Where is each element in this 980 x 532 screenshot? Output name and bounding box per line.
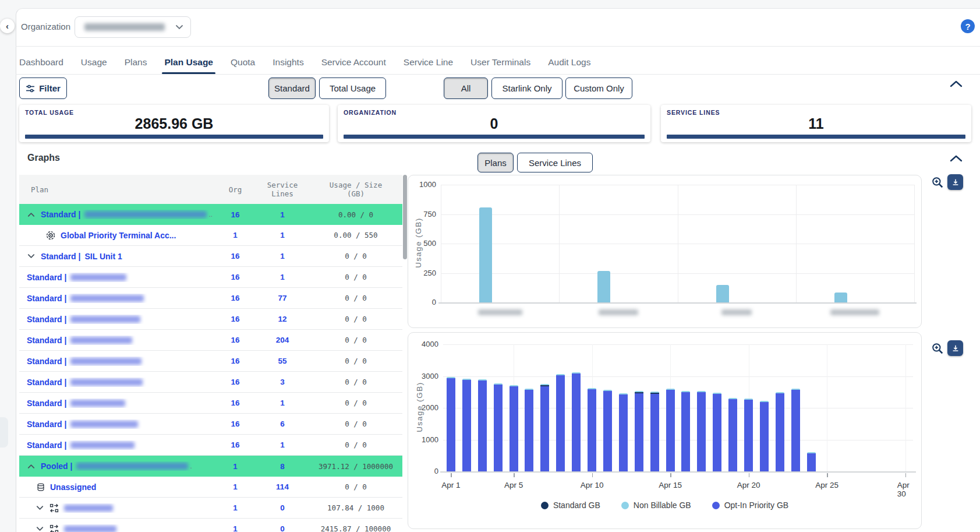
collapse-graphs-chevron-icon[interactable] bbox=[949, 154, 963, 165]
legend-item-opt-in-priority-gb[interactable]: Opt-In Priority GB bbox=[712, 501, 788, 510]
y-tick-label: 1000 bbox=[413, 435, 438, 444]
x-category-label-redacted bbox=[599, 309, 638, 315]
row-chevron-down-icon[interactable] bbox=[36, 524, 44, 532]
plan-cell: Unassigned bbox=[19, 482, 215, 492]
chart-toggle-plans[interactable]: Plans bbox=[477, 153, 514, 172]
x-tick-mark bbox=[514, 473, 515, 477]
legend-label: Opt-In Priority GB bbox=[724, 501, 788, 510]
plan-name-redacted bbox=[76, 463, 188, 470]
plan-cell: Standard | bbox=[19, 441, 215, 450]
table-row[interactable]: Standard |162040 / 0 bbox=[19, 330, 402, 351]
tab-quota[interactable]: Quota bbox=[231, 50, 255, 74]
row-chevron-down-icon[interactable] bbox=[36, 503, 44, 512]
y-tick-label: 250 bbox=[411, 269, 436, 277]
table-row[interactable]: Standard |16120 / 0 bbox=[19, 309, 402, 330]
table-row[interactable]: 10107.84 / 1000 bbox=[19, 498, 402, 519]
zoom-in-icon[interactable] bbox=[931, 342, 944, 355]
y-axis-label: Usage (GB) bbox=[415, 381, 424, 434]
x-tick-mark bbox=[670, 473, 671, 477]
table-row[interactable]: Unassigned11140 / 0 bbox=[19, 477, 402, 498]
y-tick-label: 0 bbox=[413, 467, 438, 475]
opt-in-priority-bar bbox=[525, 390, 533, 471]
opt-in-priority-bar bbox=[744, 400, 753, 471]
stat-value: 11 bbox=[661, 115, 971, 132]
collapse-filters-chevron-icon[interactable] bbox=[949, 79, 963, 90]
service-lines-count: 77 bbox=[256, 294, 309, 302]
download-chart-button[interactable] bbox=[947, 340, 963, 356]
plan-table-header: Plan Org Service Lines Usage / Size (GB) bbox=[19, 175, 402, 204]
table-row[interactable]: Standard |16550 / 0 bbox=[19, 351, 402, 372]
non-billable-bar bbox=[572, 372, 581, 374]
chart-toggle-service-lines[interactable]: Service Lines bbox=[517, 153, 593, 172]
non-billable-bar bbox=[744, 399, 753, 400]
plan-cell: Standard | bbox=[19, 273, 215, 282]
non-billable-bar bbox=[776, 392, 784, 393]
divider bbox=[16, 46, 980, 47]
filter-button[interactable]: Filter bbox=[19, 77, 67, 99]
tab-service-line[interactable]: Service Line bbox=[404, 50, 453, 74]
table-row[interactable]: 102415.87 / 100000 bbox=[19, 519, 402, 532]
plan-cell: Standard | bbox=[19, 336, 215, 345]
stat-value: 0 bbox=[338, 115, 650, 132]
usage-size-value: 0 / 0 bbox=[309, 357, 402, 365]
x-tick-mark bbox=[827, 473, 828, 477]
service-lines-count: 1 bbox=[256, 231, 309, 239]
row-chevron-down-icon[interactable] bbox=[27, 252, 36, 260]
side-panel-handle[interactable] bbox=[0, 417, 8, 448]
legend-item-non-billable-gb[interactable]: Non Billable GB bbox=[621, 501, 691, 510]
help-button[interactable]: ? bbox=[961, 19, 975, 33]
usage-size-value: 107.84 / 1000 bbox=[309, 503, 402, 512]
x-tick-label: Apr 30 bbox=[897, 481, 913, 498]
tab-user-terminals[interactable]: User Terminals bbox=[470, 50, 530, 74]
opt-in-priority-bar bbox=[713, 394, 721, 471]
usage-size-value: 0 / 0 bbox=[309, 441, 402, 449]
back-button[interactable]: ‹ bbox=[0, 19, 15, 33]
standard-gb-bar bbox=[635, 392, 643, 393]
tab-dashboard[interactable]: Dashboard bbox=[19, 50, 63, 74]
x-tick-label: Apr 5 bbox=[504, 481, 523, 489]
table-scrollbar-thumb[interactable] bbox=[403, 175, 407, 259]
usage-size-value: 0 / 0 bbox=[309, 482, 402, 491]
tab-plans[interactable]: Plans bbox=[125, 50, 147, 74]
org-count: 16 bbox=[215, 420, 256, 428]
opt-in-priority-bar bbox=[540, 386, 549, 471]
table-row[interactable]: Standard |..1610.00 / 0 bbox=[19, 204, 402, 225]
plan-scope-custom-only[interactable]: Custom Only bbox=[565, 77, 632, 99]
column-header-org: Org bbox=[215, 185, 256, 194]
zoom-in-icon[interactable] bbox=[931, 176, 944, 189]
target-icon bbox=[46, 231, 55, 240]
plan-usage-bar bbox=[834, 293, 847, 302]
table-row[interactable]: Pooled |.183971.12 / 1000000 bbox=[19, 456, 402, 477]
opt-in-priority-bar bbox=[556, 375, 565, 471]
row-chevron-up-icon[interactable] bbox=[27, 462, 36, 471]
plan-type-label: Standard | bbox=[27, 273, 66, 282]
table-row[interactable]: Standard |1610 / 0 bbox=[19, 393, 402, 414]
download-chart-button[interactable] bbox=[947, 174, 963, 190]
tab-usage[interactable]: Usage bbox=[81, 50, 107, 74]
tab-insights[interactable]: Insights bbox=[273, 50, 303, 74]
plan-name-redacted bbox=[70, 442, 135, 449]
table-row[interactable]: Standard |1660 / 0 bbox=[19, 414, 402, 435]
organization-dropdown[interactable] bbox=[75, 16, 191, 38]
table-row[interactable]: Standard |1610 / 0 bbox=[19, 267, 402, 288]
table-row[interactable]: Global Priority Terminal Acc...110.00 / … bbox=[19, 225, 402, 246]
plan-scope-starlink-only[interactable]: Starlink Only bbox=[491, 77, 562, 99]
tab-service-account[interactable]: Service Account bbox=[321, 50, 386, 74]
table-row[interactable]: Standard |SIL Unit 11610 / 0 bbox=[19, 246, 402, 267]
tab-audit-logs[interactable]: Audit Logs bbox=[548, 50, 590, 74]
view-mode-standard[interactable]: Standard bbox=[268, 77, 316, 99]
tab-plan-usage[interactable]: Plan Usage bbox=[164, 50, 213, 74]
opt-in-priority-bar bbox=[619, 394, 628, 471]
legend-dot-icon bbox=[621, 502, 629, 509]
plan-scope-all[interactable]: All bbox=[444, 77, 488, 99]
legend-item-standard-gb[interactable]: Standard GB bbox=[541, 501, 600, 510]
download-icon bbox=[951, 178, 960, 186]
org-count: 16 bbox=[215, 294, 256, 302]
plan-name-ellipsis: . bbox=[190, 462, 192, 470]
view-mode-total-usage[interactable]: Total Usage bbox=[319, 77, 386, 99]
row-chevron-up-icon[interactable] bbox=[27, 210, 36, 219]
table-row[interactable]: Standard |1610 / 0 bbox=[19, 435, 402, 456]
table-row[interactable]: Standard |16770 / 0 bbox=[19, 288, 402, 309]
table-row[interactable]: Standard |1630 / 0 bbox=[19, 372, 402, 393]
y-axis-line bbox=[441, 185, 441, 302]
